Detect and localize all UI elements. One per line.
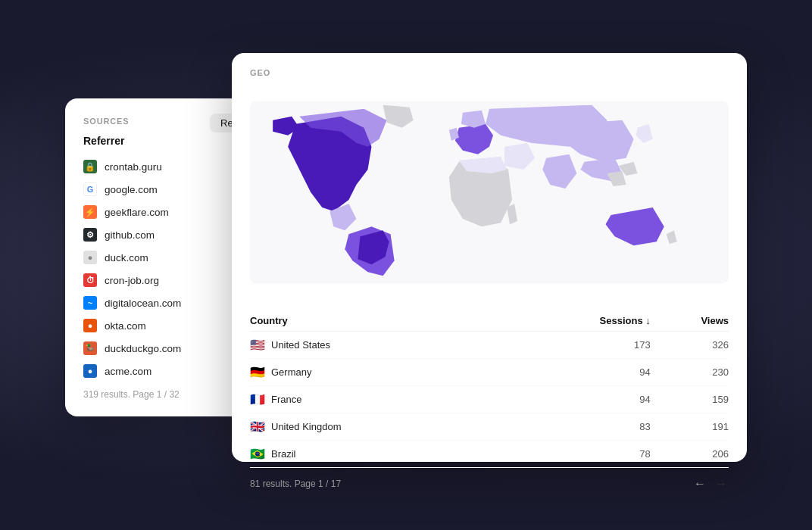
- country-name: United Kingdom: [271, 421, 342, 432]
- next-page-button[interactable]: →: [714, 477, 729, 491]
- geo-table-row: 🇧🇷 Brazil 78 206: [250, 441, 729, 468]
- geo-table-row: 🇩🇪 Germany 94 230: [250, 359, 729, 386]
- views-cell: 191: [651, 413, 729, 441]
- sessions-cell: 94: [507, 386, 650, 413]
- country-flag: 🇬🇧: [250, 419, 265, 434]
- referrer-name: duckduckgo.com: [105, 343, 181, 354]
- country-name: France: [271, 394, 301, 405]
- country-cell: 🇬🇧 United Kingdom: [250, 413, 507, 441]
- sessions-cell: 83: [507, 413, 650, 441]
- country-name: Germany: [271, 366, 311, 378]
- views-cell: 159: [651, 386, 729, 413]
- favicon: ⚙: [83, 228, 97, 242]
- prev-page-button[interactable]: ←: [692, 477, 707, 491]
- favicon: ~: [83, 296, 97, 310]
- favicon: 🔒: [83, 160, 97, 173]
- favicon: G: [83, 182, 97, 196]
- favicon: ●: [83, 364, 97, 378]
- views-cell: 326: [651, 332, 729, 359]
- country-flag: 🇺🇸: [250, 338, 265, 352]
- referrer-name: geekflare.com: [105, 207, 169, 218]
- geo-pagination: 81 results. Page 1 / 17: [250, 479, 341, 489]
- geo-nav: ← →: [692, 477, 729, 491]
- sessions-cell: 78: [507, 441, 650, 468]
- geo-table-row: 🇫🇷 France 94 159: [250, 386, 729, 413]
- sessions-cell: 173: [507, 332, 650, 359]
- country-name: Brazil: [271, 448, 296, 460]
- geo-map: [250, 86, 729, 298]
- geo-footer: 81 results. Page 1 / 17 ← →: [250, 477, 729, 491]
- favicon: ⚡: [83, 205, 97, 219]
- referrer-name: digitalocean.com: [105, 298, 181, 309]
- country-name: United States: [271, 339, 330, 351]
- country-cell: 🇫🇷 France: [250, 386, 507, 413]
- geo-table-row: 🇺🇸 United States 173 326: [250, 332, 729, 359]
- country-cell: 🇺🇸 United States: [250, 332, 507, 359]
- sessions-header: Sessions ↓: [507, 310, 650, 332]
- referrer-name: acme.com: [105, 366, 151, 377]
- country-header: Country: [250, 310, 507, 332]
- referrer-name: duck.com: [105, 252, 148, 263]
- geo-data-table: Country Sessions ↓ Views 🇺🇸 United State…: [250, 310, 729, 468]
- views-cell: 230: [651, 359, 729, 386]
- referrer-name: github.com: [105, 229, 155, 241]
- favicon: ●: [83, 251, 97, 264]
- views-header: Views: [651, 310, 729, 332]
- country-cell: 🇩🇪 Germany: [250, 359, 507, 386]
- referrer-name: crontab.guru: [105, 161, 162, 173]
- country-flag: 🇩🇪: [250, 365, 265, 379]
- referrer-name: cron-job.org: [105, 275, 159, 286]
- favicon: ●: [83, 319, 97, 332]
- country-cell: 🇧🇷 Brazil: [250, 441, 507, 468]
- geo-section-label: GEO: [250, 68, 729, 77]
- geo-table-row: 🇬🇧 United Kingdom 83 191: [250, 413, 729, 441]
- sessions-cell: 94: [507, 359, 650, 386]
- favicon: ⏱: [83, 273, 97, 287]
- favicon: 🦆: [83, 341, 97, 355]
- views-cell: 206: [651, 441, 729, 468]
- sources-pagination: 319 results. Page 1 / 32: [83, 389, 180, 400]
- geo-card: GEO: [232, 53, 747, 462]
- referrer-name: google.com: [105, 184, 158, 195]
- country-flag: 🇫🇷: [250, 392, 265, 407]
- country-flag: 🇧🇷: [250, 447, 265, 461]
- referrer-name: okta.com: [105, 320, 146, 332]
